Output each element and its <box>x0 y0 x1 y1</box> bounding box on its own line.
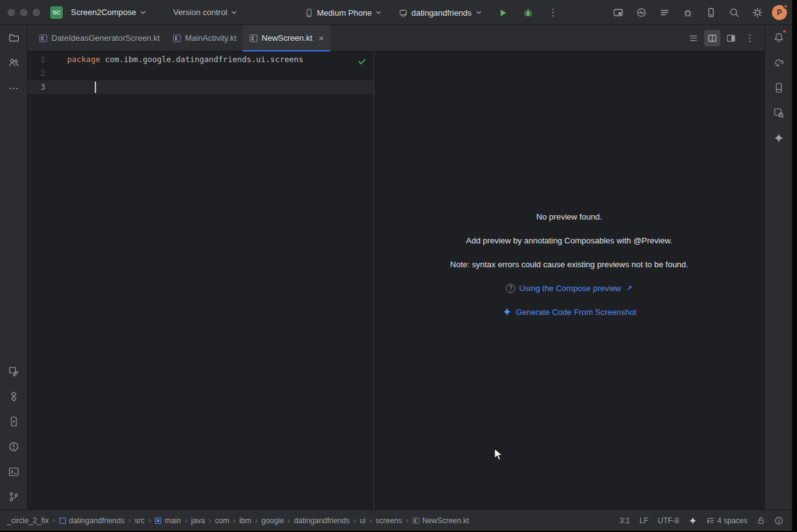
editor-split: 1 package com.ibm.google.datingandfriend… <box>28 51 764 509</box>
breadcrumb-item[interactable]: ui <box>358 515 367 526</box>
version-control-label: Version control <box>173 8 227 17</box>
readonly-toggle[interactable] <box>757 516 765 524</box>
breadcrumb-label: _circle_2_fix <box>7 516 49 525</box>
line-number: 1 <box>30 53 45 66</box>
breadcrumb-item-file[interactable]: NewScreen.kt <box>410 515 471 526</box>
gradle-tool-button[interactable] <box>769 53 789 73</box>
breadcrumb-item[interactable]: main <box>152 515 183 526</box>
project-tool-button[interactable] <box>4 28 24 48</box>
play-icon <box>498 8 508 18</box>
gemini-tool-button[interactable] <box>769 128 789 148</box>
breadcrumb-item[interactable]: src <box>132 515 146 526</box>
indent-widget[interactable]: 4 spaces <box>707 516 747 525</box>
chevron-down-icon <box>139 9 147 16</box>
code-line: 3 <box>28 80 373 94</box>
center-column: DateIdeasGeneratorScreen.kt MainActivity… <box>28 25 764 509</box>
minimize-window-button[interactable] <box>20 9 28 16</box>
resource-manager-tool-button[interactable] <box>4 53 24 73</box>
tab-label: MainActivity.kt <box>185 33 237 43</box>
profiler-button[interactable] <box>633 4 650 21</box>
more-tool-windows-button[interactable]: ⋯ <box>4 78 24 98</box>
cursor-position-widget[interactable]: 3:1 <box>619 516 630 525</box>
run-config-button[interactable]: datingandfriends <box>394 6 486 20</box>
breadcrumb-item[interactable]: java <box>189 515 206 526</box>
debug-button[interactable] <box>520 4 537 21</box>
app-inspection-tool-button[interactable] <box>769 103 789 123</box>
kotlin-file-icon <box>39 34 48 43</box>
phone-icon <box>304 8 314 18</box>
tab-label: NewScreen.kt <box>262 33 313 43</box>
generate-code-link[interactable]: Generate Code From Screenshot <box>502 306 636 318</box>
kotlin-file-icon <box>249 34 258 43</box>
compose-preview-doc-link[interactable]: ? Using the Compose preview ↗ <box>506 282 633 294</box>
breadcrumb-item[interactable]: datingandfriends <box>292 515 352 526</box>
line-ending-widget[interactable]: LF <box>639 516 648 525</box>
build-variants-tool-button[interactable] <box>4 386 24 407</box>
device-explorer-tool-button[interactable] <box>769 78 789 98</box>
encoding-widget[interactable]: UTF-8 <box>658 516 679 525</box>
project-menu-button[interactable]: Screen2Compose <box>67 5 151 19</box>
more-actions-button[interactable]: ⋮ <box>545 4 562 21</box>
close-window-button[interactable] <box>8 9 15 16</box>
breadcrumb-item[interactable]: google <box>259 515 286 526</box>
version-control-tool-button[interactable] <box>4 487 24 507</box>
tab-label: DateIdeasGeneratorScreen.kt <box>51 33 160 43</box>
kotlin-file-icon <box>173 34 181 43</box>
app-quality-insights-button[interactable] <box>679 4 697 21</box>
breadcrumb-item[interactable]: ibm <box>237 515 253 526</box>
breadcrumb-item[interactable]: datingandfriends <box>57 515 127 526</box>
statusbar-widgets: 3:1 LF UTF-8 4 spaces <box>619 516 783 525</box>
gemini-spark-icon <box>502 307 512 317</box>
breadcrumb-item[interactable]: com <box>213 515 231 526</box>
gemini-star-icon <box>688 516 697 525</box>
terminal-tool-button[interactable] <box>4 462 24 482</box>
check-icon <box>358 57 366 66</box>
gemini-star-icon <box>773 132 784 144</box>
chevron-down-icon <box>475 9 483 16</box>
breadcrumb-label: datingandfriends <box>69 516 125 525</box>
device-manager-button[interactable] <box>702 4 720 21</box>
breadcrumb-item[interactable]: screens <box>374 515 404 526</box>
code-line: 1 package com.ibm.google.datingandfriend… <box>28 53 373 66</box>
design-view-button[interactable] <box>723 30 739 46</box>
generate-link-label: Generate Code From Screenshot <box>516 307 636 317</box>
run-button[interactable] <box>495 4 512 21</box>
breadcrumb-item[interactable]: _circle_2_fix <box>5 515 51 526</box>
editor-view-mode-actions: ⋮ <box>685 30 764 46</box>
keyword: package <box>67 55 100 64</box>
design-view-icon <box>726 33 736 43</box>
settings-button[interactable] <box>749 4 766 21</box>
layout-inspector-button[interactable] <box>609 4 627 21</box>
split-view-button[interactable] <box>704 30 720 46</box>
ui-check-tool-button[interactable] <box>4 361 24 381</box>
editor-options-button[interactable]: ⋮ <box>742 30 758 46</box>
breadcrumb-label: ui <box>360 516 365 525</box>
tab-newscreen[interactable]: NewScreen.kt × <box>243 25 330 51</box>
inspections-widget[interactable] <box>356 55 368 68</box>
problems-tool-button[interactable] <box>4 437 24 457</box>
gemini-status-button[interactable] <box>688 516 697 525</box>
tab-dateideasgeneratorscreen[interactable]: DateIdeasGeneratorScreen.kt <box>33 25 166 51</box>
app-logo: SC <box>50 6 63 19</box>
doc-link-label: Using the Compose preview <box>519 284 621 293</box>
code-editor[interactable]: 1 package com.ibm.google.datingandfriend… <box>28 51 374 509</box>
logcat-button[interactable] <box>656 4 673 21</box>
inspection-status-button[interactable] <box>774 516 783 525</box>
compose-preview-panel: No preview found. Add preview by annotat… <box>374 51 764 509</box>
indent-icon <box>707 516 715 524</box>
app-quality-insights-icon <box>682 7 693 18</box>
device-selector-button[interactable]: Medium Phone <box>300 6 387 20</box>
breadcrumb-separator: › <box>147 516 151 525</box>
version-control-menu-button[interactable]: Version control <box>169 5 242 19</box>
search-everywhere-button[interactable] <box>725 4 743 21</box>
code-rows: 1 package com.ibm.google.datingandfriend… <box>28 51 373 94</box>
breadcrumb-separator: › <box>127 516 131 525</box>
zoom-window-button[interactable] <box>33 9 40 16</box>
notifications-button[interactable] <box>769 28 789 48</box>
close-tab-button[interactable]: × <box>319 34 324 43</box>
running-devices-tool-button[interactable] <box>4 412 24 432</box>
code-view-button[interactable] <box>685 30 702 46</box>
breadcrumb-label: screens <box>376 516 402 525</box>
tab-mainactivity[interactable]: MainActivity.kt <box>166 25 243 51</box>
avatar[interactable]: P <box>772 5 787 20</box>
